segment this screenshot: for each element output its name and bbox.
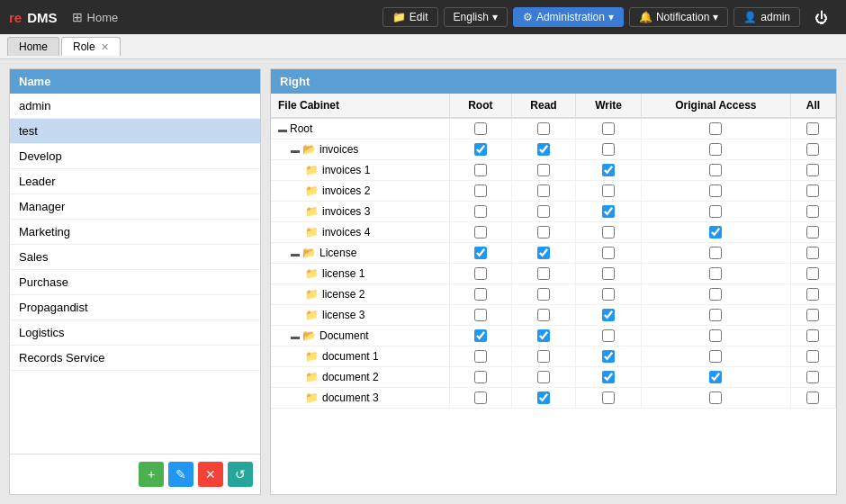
chevron-down-icon-admin: ▾ (608, 11, 614, 23)
delete-role-button[interactable]: ✕ (198, 462, 223, 487)
folder-open-icon: 📂 (302, 329, 316, 342)
add-role-button[interactable]: + (139, 462, 164, 487)
collapse-icon[interactable]: ▬ (291, 331, 300, 341)
power-button[interactable]: ⏻ (806, 7, 837, 28)
collapse-icon[interactable]: ▬ (291, 145, 300, 155)
left-panel-footer: + ✎ ✕ ↺ (10, 454, 260, 494)
folder-icon: 📁 (305, 205, 319, 218)
chevron-down-icon-notif: ▾ (713, 11, 718, 23)
role-list: admintestDevelopLeaderManagerMarketingSa… (10, 94, 260, 454)
role-item-records_service[interactable]: Records Service (10, 346, 260, 371)
row-label: document 2 (322, 371, 379, 383)
table-header-row: File Cabinet Root Read Write Original Ac… (271, 94, 836, 118)
table-row: 📁invoices 3 (271, 202, 836, 222)
folder-icon: 📁 (305, 288, 319, 301)
left-panel-header: Name (10, 69, 260, 94)
table-row: 📁document 1 (271, 346, 836, 367)
folder-icon: 📁 (305, 184, 319, 197)
bell-icon: 🔔 (639, 11, 652, 23)
row-label: invoices 1 (322, 164, 370, 176)
right-panel: Right File Cabinet Root Read Write Origi… (270, 68, 837, 495)
role-item-test[interactable]: test (10, 119, 260, 144)
row-label: invoices 2 (322, 184, 370, 197)
row-label: Root (290, 122, 312, 135)
col-write: Write (576, 94, 641, 118)
col-file-cabinet: File Cabinet (271, 94, 450, 118)
table-row: ▬📂License (271, 243, 836, 264)
rights-table-wrapper: File Cabinet Root Read Write Original Ac… (271, 94, 836, 494)
user-icon: 👤 (743, 11, 757, 23)
role-item-admin[interactable]: admin (10, 94, 260, 119)
table-row: ▬📂invoices (271, 140, 836, 160)
notification-button[interactable]: 🔔 Notification ▾ (629, 7, 728, 27)
row-label: Document (320, 329, 369, 342)
administration-button[interactable]: ⚙ Administration ▾ (513, 7, 624, 27)
user-button[interactable]: 👤 admin (734, 7, 800, 27)
admin-icon: ⚙ (523, 11, 533, 23)
row-label: license 1 (322, 267, 364, 280)
top-navigation: reDMS ⊞ Home 📁 Edit English ▾ ⚙ Administ… (0, 0, 846, 34)
folder-open-icon: 📂 (302, 247, 316, 259)
row-label: document 3 (322, 392, 379, 404)
table-row: 📁license 1 (271, 264, 836, 284)
nav-home-section: ⊞ Home (72, 10, 119, 24)
col-all: All (790, 94, 835, 118)
col-original-access: Original Access (641, 94, 790, 118)
main-container: Name admintestDevelopLeaderManagerMarket… (0, 59, 846, 504)
tab-role[interactable]: Role ✕ (61, 37, 121, 56)
role-item-manager[interactable]: Manager (10, 194, 260, 220)
folder-icon: 📁 (305, 164, 319, 176)
role-item-leader[interactable]: Leader (10, 169, 260, 194)
table-row: 📁invoices 1 (271, 160, 836, 181)
row-label: document 1 (322, 350, 379, 363)
top-nav-right: 📁 Edit English ▾ ⚙ Administration ▾ 🔔 No… (382, 7, 837, 28)
tab-bar: Home Role ✕ (0, 34, 846, 59)
left-panel: Name admintestDevelopLeaderManagerMarket… (9, 68, 261, 495)
folder-icon: 📁 (305, 350, 319, 363)
role-item-marketing[interactable]: Marketing (10, 220, 260, 245)
folder-icon: 📁 (305, 226, 319, 238)
folder-icon: 📁 (305, 392, 319, 404)
folder-icon: 📁 (392, 11, 406, 23)
collapse-icon[interactable]: ▬ (278, 124, 287, 134)
col-read: Read (511, 94, 576, 118)
edit-button[interactable]: 📁 Edit (382, 7, 438, 27)
row-label: invoices 3 (322, 205, 370, 218)
table-row: 📁invoices 4 (271, 222, 836, 243)
row-label: License (320, 247, 356, 259)
right-panel-header: Right (271, 69, 836, 94)
tab-home-label: Home (19, 40, 48, 53)
home-nav-label[interactable]: Home (87, 11, 119, 24)
tab-role-close[interactable]: ✕ (101, 41, 109, 53)
row-label: invoices 4 (322, 226, 370, 238)
tab-home[interactable]: Home (7, 37, 59, 56)
row-label: license 3 (322, 309, 364, 321)
role-item-logistics[interactable]: Logistics (10, 320, 260, 346)
role-item-sales[interactable]: Sales (10, 245, 260, 270)
brand-prefix: re (9, 10, 22, 25)
collapse-icon[interactable]: ▬ (291, 248, 300, 258)
folder-icon: 📁 (305, 309, 319, 321)
tab-role-label: Role (73, 40, 95, 53)
table-row: 📁license 2 (271, 284, 836, 305)
brand-suffix: DMS (27, 10, 57, 25)
row-label: license 2 (322, 288, 364, 301)
role-item-purchase[interactable]: Purchase (10, 270, 260, 295)
row-label: invoices (320, 143, 358, 156)
role-item-propagandist[interactable]: Propagandist (10, 295, 260, 320)
folder-icon: 📁 (305, 371, 319, 383)
table-row: ▬Root (271, 118, 836, 140)
grid-icon: ⊞ (72, 10, 83, 24)
table-row: 📁document 2 (271, 367, 836, 388)
table-row: 📁invoices 2 (271, 181, 836, 202)
table-row: 📁document 3 (271, 388, 836, 409)
refresh-role-button[interactable]: ↺ (228, 462, 253, 487)
role-item-develop[interactable]: Develop (10, 144, 260, 169)
chevron-down-icon: ▾ (492, 11, 498, 23)
edit-role-button[interactable]: ✎ (168, 462, 194, 487)
table-row: 📁license 3 (271, 305, 836, 326)
col-root: Root (450, 94, 512, 118)
language-button[interactable]: English ▾ (444, 7, 508, 27)
folder-icon: 📁 (305, 267, 319, 280)
folder-open-icon: 📂 (302, 143, 316, 156)
